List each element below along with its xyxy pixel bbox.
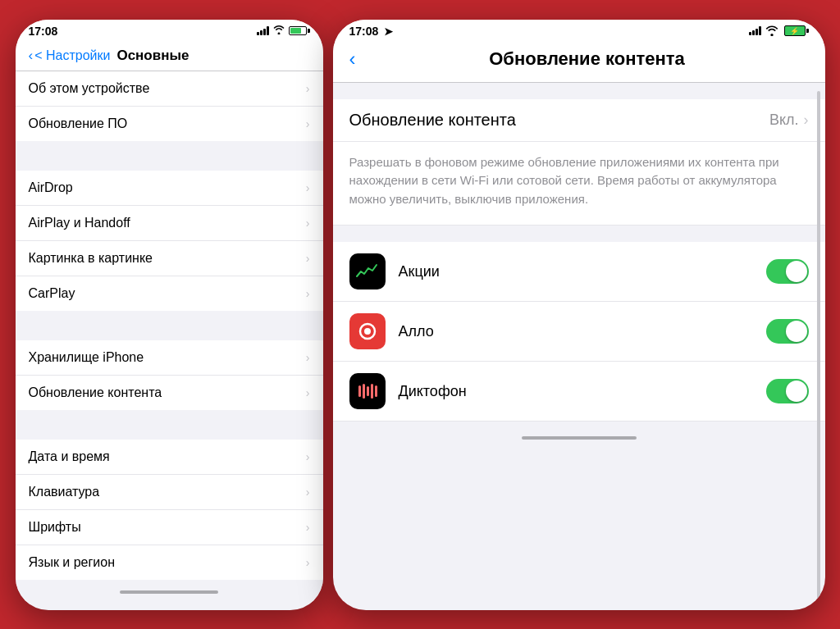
back-button-left[interactable]: ‹ < Настройки (29, 48, 111, 64)
item-label: Дата и время (29, 449, 110, 464)
chevron-icon: › (306, 82, 310, 95)
right-content-wrapper: Обновление контента Вкл. › Разрешать в ф… (333, 83, 825, 610)
app-row-voice[interactable]: Диктофон (333, 362, 825, 422)
svg-rect-2 (358, 385, 361, 397)
signal-bar-3 (263, 29, 266, 35)
nav-title-left: Основные (116, 48, 189, 64)
main-toggle-value-area: Вкл. › (769, 112, 809, 129)
time-left: 17:08 (29, 25, 58, 38)
battery-fill (290, 28, 302, 34)
nav-bar-left: ‹ < Настройки Основные (16, 41, 323, 71)
section-1: Об этом устройстве › Обновление ПО › (16, 71, 323, 141)
back-label-left[interactable]: < Настройки (34, 48, 110, 63)
phone-left: 17:08 (16, 20, 323, 610)
list-item-airplay[interactable]: AirPlay и Handoff › (16, 206, 323, 241)
signal-bar-r1 (749, 32, 751, 35)
chevron-icon: › (306, 485, 310, 499)
nav-bar-right: ‹ Обновление контента (333, 41, 825, 83)
signal-bar-r4 (759, 26, 761, 35)
home-bar (120, 590, 218, 594)
item-label: Язык и регион (29, 555, 116, 570)
signal-bar-4 (267, 26, 269, 35)
svg-rect-3 (363, 384, 365, 399)
content-gap-2 (333, 226, 825, 242)
battery-tip-r (806, 29, 809, 33)
signal-bars (257, 26, 269, 35)
item-label: Обновление ПО (29, 116, 128, 131)
signal-bar-2 (260, 30, 262, 35)
battery-tip (308, 29, 310, 33)
phones-container: 17:08 (16, 20, 825, 610)
description-text: Разрешать в фоновом режиме обновление пр… (349, 153, 809, 209)
chevron-icon: › (306, 287, 310, 300)
item-label: Картинка в картинке (29, 251, 153, 266)
list-item-keyboard[interactable]: Клавиатура › (16, 475, 323, 510)
home-indicator (16, 580, 323, 604)
list-item-language[interactable]: Язык и регион › (16, 545, 323, 580)
signal-bars-right (749, 26, 761, 35)
allo-toggle[interactable] (766, 319, 809, 344)
nav-title-right: Обновление контента (366, 48, 809, 70)
status-bar-left: 17:08 (16, 20, 323, 41)
back-chevron-left: ‹ (29, 48, 34, 64)
chevron-icon: › (306, 556, 310, 569)
chevron-icon: › (306, 117, 310, 130)
chevron-icon: › (306, 252, 310, 265)
battery-body-r: ⚡ (784, 25, 806, 36)
list-item-about[interactable]: Об этом устройстве › (16, 71, 323, 107)
app-row-stocks[interactable]: Акции (333, 242, 825, 302)
item-label: Хранилище iPhone (29, 350, 144, 365)
voice-toggle[interactable] (766, 379, 809, 403)
item-label: Об этом устройстве (29, 81, 150, 96)
battery-icon-left (289, 26, 310, 35)
stocks-app-name: Акции (399, 263, 766, 280)
section-2: AirDrop › AirPlay и Handoff › Картинка в… (16, 171, 323, 311)
scrollbar (817, 91, 820, 602)
battery-icon-right: ⚡ (784, 25, 809, 36)
svg-point-1 (364, 328, 371, 335)
section-gap-2 (16, 311, 323, 340)
chevron-right-icon: › (804, 112, 809, 129)
list-item-bg-refresh[interactable]: Обновление контента › (16, 376, 323, 410)
list-item-carplay[interactable]: CarPlay › (16, 276, 323, 311)
time-right: 17:08 ➤ (349, 25, 394, 38)
svg-rect-4 (367, 386, 369, 396)
back-button-right[interactable]: ‹ (349, 48, 356, 71)
main-toggle-label: Обновление контента (349, 111, 516, 130)
status-icons-right: ⚡ (749, 25, 809, 38)
item-label: Клавиатура (29, 485, 100, 499)
section-gap-1 (16, 141, 323, 171)
wifi-icon-right (765, 25, 779, 38)
chevron-icon: › (306, 181, 310, 194)
battery-body (289, 26, 307, 35)
status-bar-right: 17:08 ➤ ⚡ (333, 20, 825, 41)
content-gap-1 (333, 83, 825, 99)
time-text-right: 17:08 (349, 25, 379, 38)
home-indicator-right (333, 422, 825, 454)
voice-app-name: Диктофон (399, 383, 766, 400)
item-label: Шрифты (29, 520, 81, 535)
wifi-icon-left (272, 25, 285, 37)
list-item-airdrop[interactable]: AirDrop › (16, 171, 323, 206)
main-toggle-value-text: Вкл. (769, 112, 799, 129)
section-4: Дата и время › Клавиатура › Шрифты › Язы… (16, 440, 323, 580)
list-item-pip[interactable]: Картинка в картинке › (16, 241, 323, 276)
location-icon: ➤ (384, 25, 393, 38)
stocks-toggle[interactable] (766, 259, 809, 284)
status-icons-left (257, 25, 310, 37)
signal-bar-r2 (752, 30, 755, 35)
home-bar-right (522, 436, 637, 440)
signal-bar-1 (257, 32, 259, 35)
main-toggle-row[interactable]: Обновление контента Вкл. › (333, 99, 825, 142)
chevron-icon: › (306, 450, 310, 463)
chevron-icon: › (306, 386, 310, 399)
stocks-app-icon (349, 253, 386, 289)
list-item-storage[interactable]: Хранилище iPhone › (16, 340, 323, 376)
item-label: AirPlay и Handoff (29, 216, 130, 230)
settings-list: Об этом устройстве › Обновление ПО › Air… (16, 71, 323, 610)
list-item-datetime[interactable]: Дата и время › (16, 440, 323, 475)
app-row-allo[interactable]: Алло (333, 302, 825, 362)
item-label: CarPlay (29, 286, 75, 301)
list-item-update[interactable]: Обновление ПО › (16, 107, 323, 141)
list-item-fonts[interactable]: Шрифты › (16, 510, 323, 545)
